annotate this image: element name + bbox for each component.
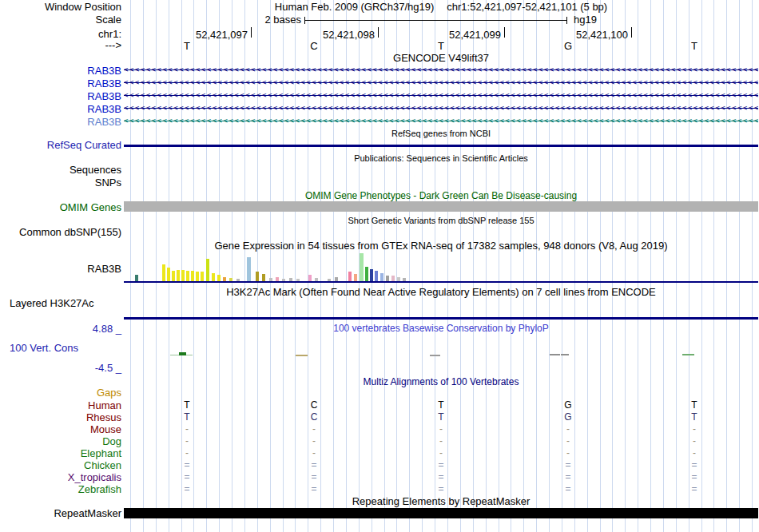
coordinate-tick <box>631 27 632 38</box>
gtex-expression-bar[interactable] <box>172 271 175 281</box>
alignment-cell: - <box>561 423 575 435</box>
coordinate-label: 52,421,097 <box>161 29 248 41</box>
gtex-expression-bar[interactable] <box>191 271 194 281</box>
coordinate-tick <box>378 27 379 38</box>
alignment-cell: = <box>561 459 575 470</box>
position-range-label: chr1:52,421,097-52,421,101 (5 bp) <box>447 2 607 12</box>
species-label-chicken[interactable]: Chicken <box>84 459 121 471</box>
species-label-dog[interactable]: Dog <box>102 435 121 447</box>
conservation-mark <box>682 354 694 355</box>
gtex-expression-bar[interactable] <box>217 275 221 281</box>
gtex-expression-bar[interactable] <box>247 257 251 281</box>
base-letter: T <box>687 40 701 52</box>
alignment-cell: = <box>434 483 448 494</box>
alignment-cell: - <box>687 447 701 459</box>
gene-label[interactable]: RAB3B <box>87 77 121 89</box>
track-label-layered-h3k27ac[interactable]: Layered H3K27Ac <box>10 298 94 308</box>
species-label-zebrafish[interactable]: Zebrafish <box>78 483 121 495</box>
track-label-snps[interactable]: SNPs <box>95 177 121 188</box>
species-label-x_tropicalis[interactable]: X_tropicalis <box>68 471 121 483</box>
conservation-mark <box>561 354 569 355</box>
h3k27ac-track-line[interactable] <box>124 317 758 320</box>
alignment-cell: - <box>307 447 321 459</box>
alignment-cell: - <box>434 423 448 435</box>
omim-track-title: OMIM Gene Phenotypes - Dark Green Can Be… <box>124 191 758 201</box>
track-label-omim-genes[interactable]: OMIM Genes <box>60 202 121 212</box>
species-label-rhesus[interactable]: Rhesus <box>86 411 121 423</box>
track-label-refseq-curated[interactable]: RefSeq Curated <box>47 140 121 150</box>
alignment-cell: - <box>180 447 194 459</box>
gene-label[interactable]: RAB3B <box>87 103 121 115</box>
gtex-expression-bar[interactable] <box>262 274 265 281</box>
track-label-common-dbsnp[interactable]: Common dbSNP(155) <box>19 227 121 237</box>
gtex-expression-bar[interactable] <box>370 269 373 281</box>
scale-value-label: 2 bases <box>264 14 301 25</box>
alignment-cell: = <box>687 483 701 494</box>
gtex-expression-bar[interactable] <box>354 274 357 281</box>
refseq-curated-track-line[interactable] <box>124 145 758 147</box>
base-letter: T <box>180 40 194 52</box>
track-label-100-vert-cons[interactable]: 100 Vert. Cons <box>10 343 78 353</box>
gtex-expression-bar[interactable] <box>162 264 165 281</box>
alignment-cell: = <box>307 483 321 494</box>
alignment-cell: G <box>561 399 575 411</box>
gene-direction-arrows[interactable]: <<<<<<<<<<<<<<<<<<<<<<<<<<<<<<<<<<<<<<<<… <box>124 104 758 113</box>
gene-direction-arrows[interactable]: <<<<<<<<<<<<<<<<<<<<<<<<<<<<<<<<<<<<<<<<… <box>124 117 758 125</box>
gtex-expression-bar[interactable] <box>360 253 364 281</box>
gtex-expression-bar[interactable] <box>308 275 312 281</box>
coordinate-label: 52,421,098 <box>288 29 375 41</box>
alignment-cell: = <box>561 483 575 494</box>
gtex-expression-bar[interactable] <box>375 271 378 281</box>
alignment-cell: G <box>561 411 575 423</box>
dbsnp-track-title: Short Genetic Variants from dbSNP releas… <box>124 216 758 225</box>
gene-direction-arrows[interactable]: <<<<<<<<<<<<<<<<<<<<<<<<<<<<<<<<<<<<<<<<… <box>124 66 758 74</box>
gene-label[interactable]: RAB3B <box>87 116 121 128</box>
gene-direction-arrows[interactable]: <<<<<<<<<<<<<<<<<<<<<<<<<<<<<<<<<<<<<<<<… <box>124 91 758 100</box>
gtex-expression-bar[interactable] <box>196 272 199 281</box>
gencode-track-title: GENCODE V49lift37 <box>124 53 758 63</box>
track-label-gaps: Gaps <box>97 387 121 398</box>
species-label-mouse[interactable]: Mouse <box>90 423 121 435</box>
gtex-expression-bar[interactable] <box>391 276 395 281</box>
omim-genes-track-bar[interactable] <box>124 201 758 212</box>
gtex-expression-bar[interactable] <box>201 272 204 281</box>
gene-direction-arrows[interactable]: <<<<<<<<<<<<<<<<<<<<<<<<<<<<<<<<<<<<<<<<… <box>124 78 758 87</box>
track-label-repeatmasker[interactable]: RepeatMasker <box>54 508 121 518</box>
coordinate-tick <box>504 27 505 38</box>
gtex-expression-bar[interactable] <box>386 276 389 281</box>
alignment-cell: T <box>687 399 701 411</box>
alignment-cell: - <box>307 435 321 447</box>
gtex-expression-bar[interactable] <box>212 273 215 281</box>
gtex-expression-bar[interactable] <box>177 270 180 281</box>
conservation-mark <box>179 352 186 355</box>
alignment-cell: - <box>687 435 701 447</box>
alignment-cell: T <box>434 399 448 411</box>
gtex-expression-bar[interactable] <box>186 271 189 281</box>
gtex-expression-bar[interactable] <box>181 270 185 281</box>
gtex-expression-bar[interactable] <box>135 275 138 281</box>
alignment-cell: = <box>434 471 448 482</box>
repeatmasker-track-title: Repeating Elements by RepeatMasker <box>124 496 758 506</box>
track-label-sequences[interactable]: Sequences <box>70 165 121 175</box>
gtex-expression-bar[interactable] <box>380 273 383 281</box>
gene-label[interactable]: RAB3B <box>87 65 121 77</box>
alignment-cell: = <box>307 471 321 482</box>
species-label-human[interactable]: Human <box>88 399 121 411</box>
conservation-track-title: 100 vertebrates Basewise Conservation by… <box>124 324 758 334</box>
track-label-gtex-gene[interactable]: RAB3B <box>87 264 121 274</box>
gtex-expression-bar[interactable] <box>256 272 259 281</box>
alignment-cell: C <box>307 399 321 411</box>
scale-label: Scale <box>95 14 121 25</box>
gene-label[interactable]: RAB3B <box>87 90 121 102</box>
alignment-cell: - <box>434 435 448 447</box>
alignment-cell: = <box>307 459 321 470</box>
gtex-expression-bar[interactable] <box>365 267 368 281</box>
conservation-lower-limit: -4.5 _ <box>95 363 121 373</box>
repeatmasker-track-bar[interactable] <box>124 508 758 518</box>
species-label-elephant[interactable]: Elephant <box>81 447 121 459</box>
genome-build-label: hg19 <box>574 14 597 25</box>
gtex-expression-bar[interactable] <box>206 259 209 281</box>
gtex-expression-bar[interactable] <box>167 268 170 281</box>
gtex-expression-bar[interactable] <box>348 272 352 281</box>
alignment-cell: = <box>687 471 701 482</box>
